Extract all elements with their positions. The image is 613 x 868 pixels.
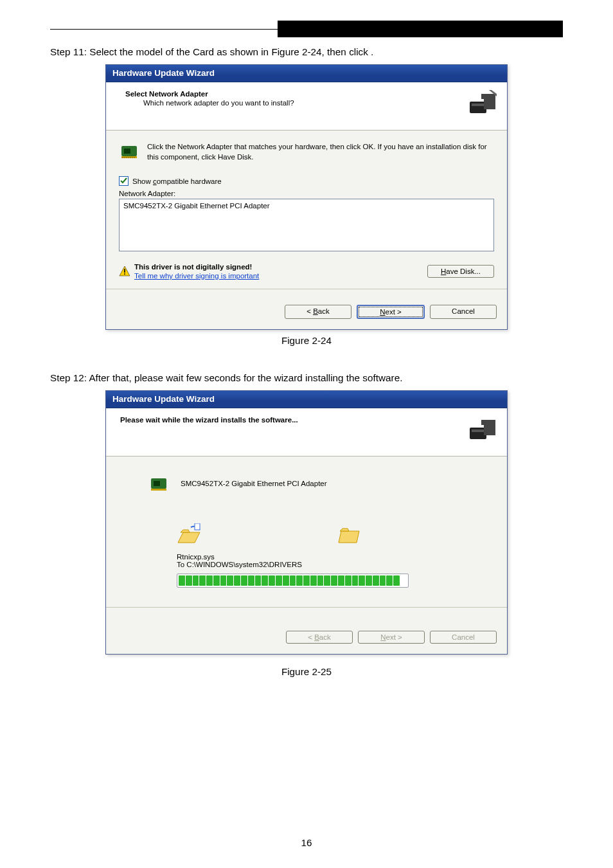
cancel-button[interactable]: Cancel: [430, 305, 497, 319]
show-compatible-label: Show compatible hardware: [132, 177, 222, 185]
divider: [106, 607, 507, 608]
svg-marker-24: [181, 530, 190, 532]
step11-text: Step 11: Select the model of the Card as…: [50, 46, 563, 58]
header-subtitle: Which network adapter do you want to ins…: [143, 99, 465, 107]
progress-bar: [177, 574, 409, 588]
next-button: Next >: [358, 631, 425, 644]
next-button[interactable]: Next >: [357, 305, 425, 319]
figure-caption-2: Figure 2-25: [50, 666, 563, 678]
chip-icon: [148, 473, 169, 494]
hardware-update-wizard-2: Hardware Update Wizard Please wait while…: [105, 390, 508, 655]
disks-icon: [465, 416, 497, 444]
have-disk-button[interactable]: Have Disk...: [427, 265, 494, 278]
header-title: Please wait while the wizard installs th…: [120, 416, 465, 424]
titlebar: Hardware Update Wizard: [106, 391, 507, 408]
divider: [106, 289, 507, 289]
header-black-box: [278, 21, 563, 37]
list-item[interactable]: SMC9452TX-2 Gigabit Ethernet PCI Adapter: [123, 202, 490, 210]
folder-open-icon: [337, 523, 363, 547]
rule-left: [50, 28, 278, 30]
warning-icon: [119, 266, 130, 277]
device-name: SMC9452TX-2 Gigabit Ethernet PCI Adapter: [181, 480, 327, 487]
page-number: 16: [0, 837, 613, 849]
hardware-update-wizard-1: Hardware Update Wizard Select Network Ad…: [105, 64, 508, 330]
signing-important-link[interactable]: Tell me why driver signing is important: [134, 272, 259, 280]
cancel-button: Cancel: [430, 631, 497, 644]
step12-text: Step 12: After that, please wait few sec…: [50, 372, 563, 384]
back-button[interactable]: < Back: [285, 305, 351, 319]
svg-marker-23: [178, 532, 200, 543]
svg-rect-5: [124, 149, 130, 154]
svg-marker-27: [340, 529, 349, 531]
svg-rect-21: [154, 481, 160, 486]
figure-caption-1: Figure 2-24: [50, 335, 563, 347]
header-title: Select Network Adapter: [125, 90, 465, 98]
current-file: Rtnicxp.sys: [177, 553, 494, 561]
network-adapter-list[interactable]: SMC9452TX-2 Gigabit Ethernet PCI Adapter: [119, 199, 494, 251]
network-adapter-label: Network Adapter:: [119, 190, 494, 197]
svg-rect-16: [124, 273, 125, 275]
svg-rect-15: [124, 269, 125, 273]
svg-rect-25: [195, 523, 200, 530]
info-text: Click the Network Adapter that matches y…: [147, 141, 494, 162]
folder-flying-icon: [177, 523, 202, 547]
svg-rect-18: [472, 429, 484, 432]
disks-icon: [465, 90, 497, 118]
svg-rect-22: [151, 489, 166, 491]
svg-marker-26: [339, 531, 359, 543]
back-button: < Back: [286, 631, 353, 644]
svg-rect-1: [472, 104, 484, 106]
chip-icon: [119, 141, 139, 161]
driver-not-signed-text: This driver is not digitally signed!: [134, 263, 259, 271]
show-compatible-checkbox[interactable]: [119, 176, 129, 186]
destination-path: To C:\WINDOWS\system32\DRIVERS: [177, 561, 494, 568]
titlebar: Hardware Update Wizard: [106, 65, 507, 82]
